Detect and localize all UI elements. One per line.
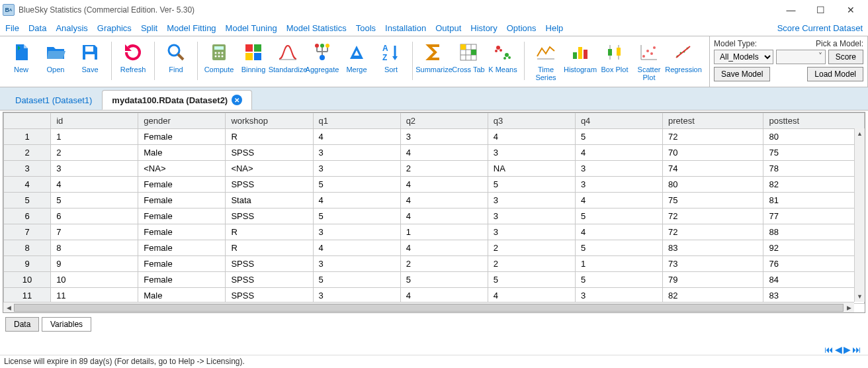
cell-posttest[interactable]: 83 [763,288,865,304]
cell-q3[interactable]: 3 [488,145,575,161]
save-model-button[interactable]: Save Model [714,67,770,81]
cell-workshop[interactable]: SPSS [226,288,313,304]
cell-gender[interactable]: Female [138,224,226,240]
scroll-down-icon[interactable]: ▼ [855,291,865,302]
cell-posttest[interactable]: 81 [763,193,865,208]
row-number[interactable]: 3 [4,161,51,177]
nav-last-icon[interactable]: ⏭ [852,344,861,355]
cell-id[interactable]: 10 [51,272,138,288]
table-row[interactable]: 1111MaleSPSS34438283 [4,288,865,304]
tab-dataset1[interactable]: Dataset1 (Dataset1) [5,90,102,110]
cell-q1[interactable]: 4 [313,129,400,145]
cell-pretest[interactable]: 72 [663,224,763,240]
cell-q1[interactable]: 3 [313,288,400,304]
cell-q2[interactable]: 4 [400,208,488,224]
row-number[interactable]: 2 [4,145,51,161]
nav-first-icon[interactable]: ⏮ [824,344,834,355]
row-number[interactable]: 6 [4,208,51,224]
table-row[interactable]: 1010FemaleSPSS55557984 [4,272,865,288]
col-q3[interactable]: q3 [488,113,575,129]
crosstab-button[interactable]: Cross Tab [451,39,486,83]
cell-q4[interactable]: 1 [575,256,662,272]
menu-output[interactable]: Output [435,23,461,33]
cell-id[interactable]: 1 [51,129,138,145]
cell-id[interactable]: 4 [51,177,138,193]
cell-workshop[interactable]: SPSS [226,145,313,161]
table-row[interactable]: 66FemaleSPSS54357277 [4,208,865,224]
cell-workshop[interactable]: R [226,129,313,145]
new-button[interactable]: New [4,39,38,83]
col-q2[interactable]: q2 [400,113,488,129]
menu-history[interactable]: History [470,23,497,33]
cell-q2[interactable]: 1 [400,224,488,240]
score-button[interactable]: Score [828,50,863,64]
cell-q3[interactable]: NA [488,161,575,177]
menu-analysis[interactable]: Analysis [56,23,87,33]
horizontal-scrollbar[interactable]: ◀ ▶ [3,302,854,312]
cell-q2[interactable]: 4 [400,193,488,208]
cell-pretest[interactable]: 80 [663,177,763,193]
cell-gender[interactable]: Female [138,129,226,145]
scatterplot-button[interactable]: Scatter Plot [632,39,666,83]
table-row[interactable]: 44FemaleSPSS54538082 [4,177,865,193]
row-number[interactable]: 4 [4,177,51,193]
cell-gender[interactable]: Male [138,145,226,161]
cell-posttest[interactable]: 75 [763,145,865,161]
cell-q1[interactable]: 5 [313,208,400,224]
cell-pretest[interactable]: 74 [663,161,763,177]
row-number[interactable]: 8 [4,240,51,256]
cell-id[interactable]: 7 [51,224,138,240]
cell-q3[interactable]: 5 [488,272,575,288]
cell-q4[interactable]: 5 [575,208,662,224]
cell-q4[interactable]: 3 [575,161,662,177]
cell-gender[interactable]: Female [138,256,226,272]
cell-q1[interactable]: 4 [313,240,400,256]
row-number[interactable]: 10 [4,272,51,288]
cell-posttest[interactable]: 76 [763,256,865,272]
find-button[interactable]: Find [159,39,193,83]
cell-workshop[interactable]: SPSS [226,177,313,193]
data-tab[interactable]: Data [5,317,39,332]
nav-next-icon[interactable]: ▶ [844,344,851,355]
tab-dataset2[interactable]: mydata100.RData (Dataset2) ✕ [102,90,252,110]
menu-tools[interactable]: Tools [356,23,376,33]
histogram-button[interactable]: Histogram [563,39,597,83]
col-posttest[interactable]: posttest [763,113,865,129]
cell-workshop[interactable]: SPSS [226,208,313,224]
cell-q2[interactable]: 4 [400,145,488,161]
cell-pretest[interactable]: 79 [663,272,763,288]
row-number[interactable]: 11 [4,288,51,304]
menu-installation[interactable]: Installation [385,23,426,33]
cell-pretest[interactable]: 83 [663,240,763,256]
cell-q4[interactable]: 4 [575,224,662,240]
variables-tab[interactable]: Variables [42,317,91,332]
cell-q4[interactable]: 5 [575,272,662,288]
col-workshop[interactable]: workshop [226,113,313,129]
row-number[interactable]: 5 [4,193,51,208]
cell-q2[interactable]: 4 [400,240,488,256]
col-q4[interactable]: q4 [575,113,662,129]
menu-data[interactable]: Data [28,23,46,33]
col-q1[interactable]: q1 [313,113,400,129]
score-current-dataset-link[interactable]: Score Current Dataset [777,23,863,33]
cell-q1[interactable]: 3 [313,256,400,272]
menu-model-tuning[interactable]: Model Tuning [226,23,277,33]
cell-q3[interactable]: 2 [488,240,575,256]
table-row[interactable]: 33<NA><NA>32NA37478 [4,161,865,177]
col-id[interactable]: id [51,113,138,129]
save-button[interactable]: Save [73,39,107,83]
cell-workshop[interactable]: Stata [226,193,313,208]
refresh-button[interactable]: Refresh [116,39,150,83]
col-pretest[interactable]: pretest [663,113,763,129]
cell-gender[interactable]: Female [138,193,226,208]
cell-gender[interactable]: Female [138,208,226,224]
vertical-scrollbar[interactable]: ▲ ▼ [854,128,865,302]
row-number[interactable]: 9 [4,256,51,272]
cell-q1[interactable]: 3 [313,145,400,161]
close-tab-icon[interactable]: ✕ [232,95,242,105]
merge-button[interactable]: Merge [339,39,374,83]
cell-gender[interactable]: Female [138,272,226,288]
model-type-select[interactable]: All_Models [714,50,773,64]
cell-pretest[interactable]: 70 [663,145,763,161]
cell-posttest[interactable]: 92 [763,240,865,256]
